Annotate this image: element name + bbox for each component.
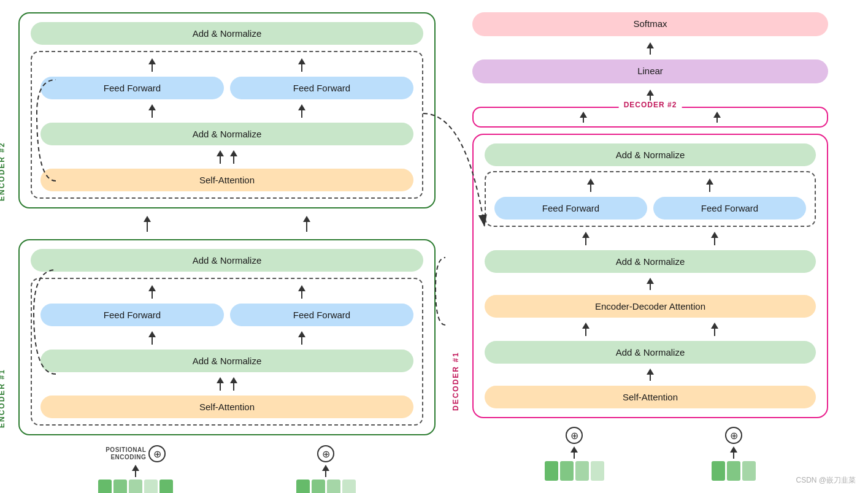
dec1-arrows-ff [494,178,806,192]
enc2-arrow3-right [230,150,237,164]
enc-between-arrowline-right [306,222,307,232]
enc1-arrowline-left [152,291,153,299]
enc2-self-attention: Self-Attention [40,169,413,191]
dec1-arrowline3-left [585,329,586,336]
enc1-arrowline-right [301,291,302,299]
enc1-arrowhead2-right [298,331,305,337]
dec1-arrowhead-self-attn [647,369,654,375]
enc1-self-attention: Self-Attention [40,396,413,418]
pos-arrowline-right [325,471,326,477]
enc1-arrowhead-left [148,285,156,291]
dec-emb-bar-right [712,461,756,481]
dec1-arrowline-right [709,185,710,192]
enc1-arrowhead3-right [230,377,237,383]
enc2-arrowline3-right [233,156,234,164]
enc-between-arrow-left [144,216,151,232]
dec1-arrowhead-right [706,178,713,185]
enc2-arrowhead-left [148,58,156,64]
linear-layer: Linear [472,59,828,83]
dec-emb-cell-1 [545,461,558,481]
dec1-arrowline-enc-dec [650,284,651,290]
enc2-arrow-right [298,58,305,72]
enc2-arrowhead2-right [298,104,305,110]
encoder-1-label: ENCODER #1 [0,246,6,428]
emb-cell-2 [113,480,127,493]
dec1-arrowup-self-attn [647,369,654,381]
decoder-2-label: DECODER #2 [619,101,682,109]
positional-encoding-section: POSITIONAL ENCODING ⊕ x₁ Thinkin [18,445,436,493]
enc-between-arrowhead-left [144,216,151,222]
dec1-ff-row: Feed Forward Feed Forward [494,197,806,220]
enc2-ff-right: Feed Forward [230,77,413,99]
dec2-top-arrow-right [713,112,721,123]
dec-emb-cell-4 [591,461,604,481]
dec1-arrowhead-left [587,178,594,185]
pe-label: POSITIONAL ENCODING [106,446,146,461]
enc1-add-norm-top: Add & Normalize [31,249,423,272]
enc2-arrowline-right [301,64,302,72]
watermark: CSDN @嵌刀韭菜 [796,475,856,486]
dec-pos-arrowline-right [733,453,734,459]
dec-arrow-softmax [472,42,828,55]
emb-r-cell-1 [296,480,310,493]
emb-bar-left [98,480,173,493]
dec1-ff-left: Feed Forward [494,197,647,220]
pos-arrowhead-right [322,465,329,471]
enc2-ff-left: Feed Forward [40,77,224,99]
emb-r-cell-2 [312,480,325,493]
dec1-arrow-right [706,178,713,192]
enc1-add-norm-mid: Add & Normalize [40,350,413,372]
enc2-ff-row: Feed Forward Feed Forward [40,77,413,99]
main-container: ENCODER #2 Add & Normalize [0,0,868,493]
enc1-arrow-left [148,285,156,299]
dec1-arrow2-right [711,232,718,245]
dec1-arrowline2-right [714,238,715,245]
enc2-arrow3-left [217,150,224,164]
dec-pos-arrowhead-left [570,446,578,453]
enc2-arrows-attn [40,150,413,164]
dec-emb-r-cell-3 [742,461,756,481]
dec2-top-arrowline-left [583,118,584,123]
enc2-arrowline2-left [152,110,153,118]
softmax-layer: Softmax [472,12,828,36]
dec1-self-attention: Self-Attention [485,386,816,408]
dec-pos-circle-right: ⊕ [725,427,742,444]
dec1-arrowline3-right [714,329,715,336]
enc1-arrowhead2-left [148,331,156,337]
enc1-dashed-inner: Feed Forward Feed Forward Add & Normaliz… [31,278,423,426]
dec1-arrow-left [587,178,594,192]
enc1-arrow3-left [217,377,224,391]
enc2-arrowline2-right [301,110,302,118]
enc1-arrowline3-right [233,383,234,391]
pos-arrowline-left [135,471,136,477]
enc1-arrowhead3-left [217,377,224,383]
enc1-arrow3-right [230,377,237,391]
dec1-arrow-self-attn [485,369,816,381]
dec1-arrow3-right [711,323,718,336]
emb-cell-1 [98,480,112,493]
enc2-arrows-ff [40,58,413,72]
dec-pos-arrow-right [730,446,737,459]
pos-circle-right: ⊕ [317,445,334,462]
pos-arrowhead-left [132,465,139,471]
dec1-enc-dec-attention: Encoder-Decoder Attention [485,295,816,318]
dec-arrow-linear [472,90,828,102]
dec1-arrow3-left [582,323,590,336]
encoder-2-label: ENCODER #2 [0,20,6,201]
pos-group-right: ⊕ x₂ Machines [296,445,356,493]
enc2-arrowhead3-right [230,150,237,156]
pos-arrow-right [322,465,329,477]
dec-emb-cell-2 [560,461,574,481]
enc-between-arrows [18,216,436,232]
enc1-arrowline2-right [301,337,302,345]
dec1-arrows-bottom [485,323,816,336]
enc1-arrowline3-left [220,383,221,391]
enc1-ff-left: Feed Forward [40,304,224,326]
dec1-self-feedback [436,258,445,325]
encoder-1-block: ENCODER #1 Add & Normalize [18,239,436,435]
pos-left-with-label: POSITIONAL ENCODING ⊕ [106,445,166,462]
dec-pos-right: ⊕ [712,427,756,481]
dec-arrowline-softmax [650,48,651,55]
dec-pos-arrow-left [570,446,578,459]
dec-emb-cell-3 [575,461,589,481]
